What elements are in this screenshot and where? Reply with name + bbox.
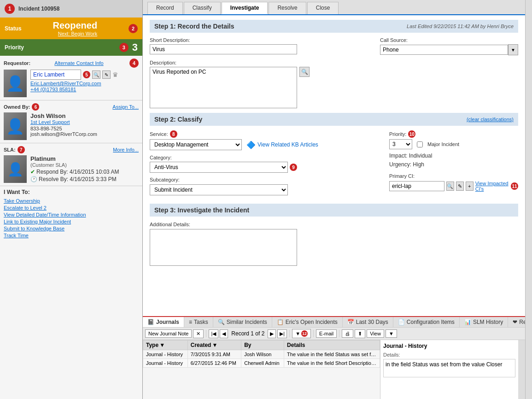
status-label: Status [5, 25, 22, 32]
tab-close[interactable]: Close [307, 2, 339, 14]
sla-section: SLA: 7 More Info... 👤 Platinum (Customer… [0, 143, 142, 186]
bottom-tab-breach[interactable]: ❤ Reason for Breach [508, 317, 525, 327]
owner-level[interactable]: 1st Level Support [30, 119, 139, 125]
bottom-tab-tasks[interactable]: ≡ Tasks [184, 317, 213, 327]
call-source-dropdown-btn[interactable]: ▼ [508, 44, 518, 55]
scrollbar-right[interactable] [518, 340, 525, 399]
bottom-toolbar: New Journal Note ✕ |◀ ◀ Record 1 of 2 ▶ … [143, 328, 525, 340]
bottom-tab-similar[interactable]: 🔍 Similar Incidents [213, 317, 272, 327]
bottom-tab-last30[interactable]: 📅 Last 30 Days [343, 317, 393, 327]
new-journal-note-btn[interactable]: New Journal Note [145, 329, 192, 338]
desc-search-btn[interactable]: 🔍 [299, 67, 310, 77]
primary-ci-label: Primary CI: [389, 173, 415, 179]
filter-btn[interactable]: ▼ 12 [292, 329, 311, 338]
category-label: Category: [150, 155, 172, 160]
major-incident-checkbox[interactable] [417, 141, 423, 147]
want-to-section: I Want To: Take Ownership Escalate to Le… [0, 186, 142, 399]
step1-header: Step 1: Record the Details Last Edited 9… [150, 20, 518, 33]
upload-btn[interactable]: ⬆ [355, 329, 365, 338]
col-details[interactable]: Details [284, 340, 380, 350]
bottom-content: Type ▼ Created ▼ By Details [143, 340, 525, 399]
col-created[interactable]: Created ▼ [187, 340, 241, 350]
table-row[interactable]: Journal - History 7/3/2015 9:31 AM Josh … [143, 350, 380, 359]
view-impacted-link[interactable]: View Impacted CI's [475, 181, 509, 192]
bottom-tab-slm[interactable]: 📊 SLM History [460, 317, 508, 327]
additional-label: Additional Details: [150, 222, 190, 227]
ci-btn-2[interactable]: ✎ [456, 182, 464, 191]
sla-more-link[interactable]: More Info... [113, 147, 139, 153]
nav-prev-btn[interactable]: ◀ [220, 329, 228, 338]
nav-next-btn[interactable]: ▶ [268, 329, 276, 338]
view-dropdown-btn[interactable]: ▼ [386, 329, 397, 338]
delete-btn[interactable]: ✕ [193, 329, 204, 338]
tab-classify[interactable]: Classify [184, 2, 221, 14]
impact-label: Impact: Individual [389, 152, 518, 160]
content-area: Record Classify Investigate Resolve Clos… [143, 0, 525, 399]
want-link-0[interactable]: Take Ownership [4, 198, 139, 204]
incident-title-bar: 1 Incident 100958 [0, 0, 142, 18]
print-btn[interactable]: 🖨 [342, 329, 353, 338]
call-source-input[interactable] [380, 45, 508, 55]
short-desc-input[interactable] [150, 44, 297, 54]
requestor-email[interactable]: Eric.Lambert@RiverTCorp.com [30, 81, 139, 86]
view-btn[interactable]: View [367, 329, 384, 338]
tab-investigate[interactable]: Investigate [222, 2, 268, 14]
nav-last-btn[interactable]: ▶| [277, 329, 287, 338]
breach-icon: ❤ [513, 319, 517, 325]
col-type[interactable]: Type ▼ [143, 340, 188, 350]
alternate-contact-link[interactable]: Alternate Contact Info [54, 60, 103, 66]
row0-type: Journal - History [143, 350, 188, 359]
owner-avatar-icon: 👤 [6, 117, 24, 135]
requestor-search-btn[interactable]: 🔍 [92, 70, 100, 79]
clock-icon: 🕐 [30, 176, 37, 182]
tab-record[interactable]: Record [147, 2, 183, 14]
tab-bar: Record Classify Investigate Resolve Clos… [143, 0, 525, 15]
ci-btn-1[interactable]: 🔍 [446, 182, 454, 191]
subcategory-label: Subcategory: [150, 177, 180, 182]
ci-btn-3[interactable]: + [466, 182, 474, 191]
subcategory-select[interactable]: Submit Incident [150, 184, 288, 195]
step-badge-10: 10 [408, 130, 415, 138]
requestor-section: Requestor: Alternate Contact Info 4 👤 5 … [0, 56, 142, 100]
want-link-4[interactable]: Submit to Knowledge Base [4, 226, 139, 231]
tab-resolve[interactable]: Resolve [269, 2, 306, 14]
table-row[interactable]: Journal - History 6/27/2015 12:46 PM Che… [143, 359, 380, 368]
clear-classifications-link[interactable]: (clear classifications) [467, 117, 514, 122]
sla-type: (Customer SLA) [30, 162, 119, 168]
nav-first-btn[interactable]: |◀ [209, 329, 218, 338]
service-select[interactable]: Desktop Management [150, 139, 242, 150]
additional-textarea[interactable] [150, 229, 297, 266]
step-badge-8: 8 [170, 130, 177, 138]
want-link-2[interactable]: View Detailed Date/Time Information [4, 212, 139, 217]
requestor-name-input[interactable] [30, 70, 81, 80]
owner-phone: 833-898-7525 [30, 126, 139, 131]
journal-detail: Journal - History Details: in the field … [380, 340, 518, 399]
tasks-icon: ≡ [189, 319, 192, 325]
primary-ci-input[interactable] [389, 181, 444, 191]
step3-header: Step 3: Investigate the Incident [150, 204, 518, 217]
requestor-edit-btn[interactable]: ✎ [102, 70, 111, 79]
requestor-phone[interactable]: +44 (0)1793 858181 [30, 87, 76, 92]
main-scrollbar[interactable] [525, 0, 532, 399]
priority-select[interactable]: 3 [389, 139, 412, 149]
urgency-label: Urgency: High [389, 160, 518, 169]
want-link-3[interactable]: Link to Existing Major Incident [4, 219, 139, 224]
toolbar-sep-1 [206, 330, 206, 337]
want-link-5[interactable]: Track Time [4, 233, 139, 238]
status-next-link[interactable]: Next: Begin Work [53, 31, 98, 36]
bottom-tab-open-incidents[interactable]: 📋 Eric's Open Incidents [272, 317, 343, 327]
bottom-tab-config[interactable]: 📄 Configuration Items [393, 317, 460, 327]
step-badge-1: 1 [5, 4, 15, 14]
row0-details: The value in the field Status was set fr… [284, 350, 380, 359]
slm-icon: 📊 [464, 319, 471, 325]
col-by[interactable]: By [241, 340, 284, 350]
assign-to-link[interactable]: Assign To... [112, 104, 139, 110]
bottom-tab-journals[interactable]: 📓 Journals [143, 317, 184, 327]
desc-textarea[interactable]: Virus Reported on PC [150, 67, 297, 108]
priority-label: Priority [5, 44, 24, 51]
row0-by: Josh Wilson [241, 350, 284, 359]
category-select[interactable]: Anti-Virus [150, 162, 288, 173]
want-link-1[interactable]: Escalate to Level 2 [4, 205, 139, 211]
view-kb-btn[interactable]: 🔷 View Related KB Articles [246, 141, 318, 149]
email-btn[interactable]: E-mail [316, 329, 337, 338]
